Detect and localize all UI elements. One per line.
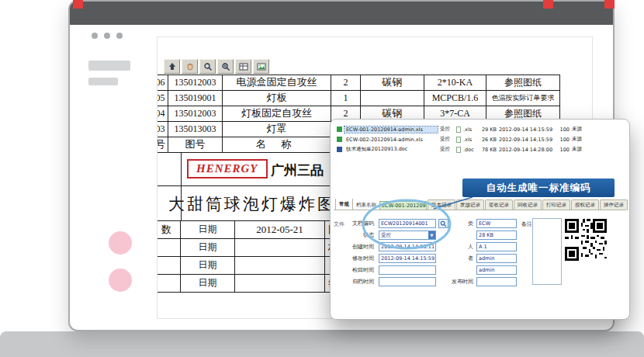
dialog-tab-bar: 常规 档案名称 ECW-001-20120914-admin 版本记录 发放记录…	[335, 199, 628, 210]
window-menu-dots	[92, 33, 123, 39]
red-accent-square	[543, 0, 553, 9]
field-label-archive-time: 归档时间	[341, 277, 374, 286]
file-ext: .xls	[463, 137, 476, 143]
file-state: 受控	[440, 146, 454, 153]
sidebar-placeholder-bar	[88, 78, 118, 85]
window-titlebar	[70, 2, 613, 25]
cad-toolbar	[164, 59, 269, 74]
file-ext: .doc	[463, 147, 476, 153]
mid-label-publish-time: 发布时间	[445, 277, 473, 286]
zoom-button[interactable]	[199, 59, 216, 74]
status-dropdown[interactable]: 受控 ▼	[379, 230, 436, 240]
tab-auth-records[interactable]: 授权记录	[571, 199, 599, 210]
mid-label-creator: 人	[445, 242, 473, 251]
bom-no: 06	[157, 75, 168, 90]
checkin-time-field[interactable]	[379, 265, 436, 275]
info-value	[235, 239, 325, 256]
bom-code: 135012003	[168, 75, 223, 90]
tab-receipt-records[interactable]: 签收记录	[485, 199, 513, 210]
status-value: 受控	[381, 231, 391, 239]
info-left: 数	[157, 221, 181, 238]
file-row[interactable]: ECW-002-20120914-admin.xls 受控 .xls 26 KB…	[337, 134, 625, 144]
info-value	[235, 257, 325, 274]
dot-icon	[104, 33, 110, 39]
zoom-area-button[interactable]	[217, 59, 234, 74]
category-field[interactable]: ECW	[476, 219, 517, 228]
bom-no: 05	[157, 91, 168, 106]
qr-code	[565, 219, 607, 261]
excel-file-icon	[337, 127, 342, 132]
bom-no: 03	[157, 122, 168, 137]
bom-name: 灯板固定自攻丝	[223, 106, 331, 121]
info-left	[157, 257, 181, 274]
modify-time-field[interactable]: 2012-09-14 14:15:59	[379, 254, 436, 263]
red-accent-square	[604, 0, 615, 9]
file-source: 来源	[572, 126, 589, 133]
tab-general[interactable]: 常规	[335, 199, 353, 210]
file-state: 受控	[440, 126, 454, 133]
file-version: 100	[557, 137, 570, 143]
document-properties-dialog: ECW-001-20120914-admin.xls 受控 .xls 29 KB…	[330, 119, 630, 320]
file-time: 2012-09-14 14:28:00	[499, 147, 555, 153]
remark-textarea[interactable]	[532, 218, 562, 285]
create-time-field[interactable]: 2012-09-14 14:05:11	[379, 242, 436, 251]
info-value: 2012-05-21	[235, 221, 325, 238]
image-icon	[257, 62, 266, 71]
file-size: 26 KB	[478, 137, 497, 143]
info-left	[157, 275, 181, 292]
callout-banner: 自动生成唯一标准编码	[462, 178, 615, 197]
sidebar-placeholder-bar	[88, 61, 130, 71]
pan-button[interactable]	[182, 59, 198, 74]
bom-no: 04	[157, 106, 168, 121]
drawing-title: 大甜筒球泡灯爆炸图	[168, 193, 336, 215]
size-field[interactable]: 28 KB	[476, 230, 517, 240]
table-button[interactable]	[235, 59, 251, 74]
bom-qty: 2	[331, 75, 361, 90]
file-time: 2012-09-14 14:15:59	[499, 137, 555, 143]
zoom-icon	[203, 62, 213, 71]
checkin-user-field[interactable]: admin	[476, 265, 517, 275]
table-divider	[181, 153, 182, 185]
publish-time-field[interactable]	[476, 277, 517, 286]
table-row: 05 135019001 灯板 1 MCPCB/1.6 色温按实际订单要求	[157, 91, 560, 106]
file-time: 2012-09-14 14:15:59	[499, 127, 555, 133]
file-name: ECW-002-20120914-admin.xls	[345, 137, 438, 143]
marketing-screenshot: 06 135012003 电源盒固定自攻丝 2 碳钢 2*10-KA 参照图纸 …	[0, 0, 644, 357]
tab-version-history[interactable]: 版本记录	[428, 199, 455, 210]
file-state: 受控	[440, 136, 454, 143]
zoom-area-icon	[221, 62, 230, 71]
modifier-field[interactable]: admin	[476, 254, 517, 263]
tab-print-records[interactable]: 打印记录	[542, 199, 570, 210]
info-label: 日期	[181, 257, 235, 274]
field-label-modify-time: 修改时间	[341, 254, 374, 263]
field-label-status: 状态	[341, 230, 374, 240]
tab-operation-records[interactable]: 操作记录	[600, 199, 628, 210]
bom-spec: 2*10-KA	[424, 75, 486, 90]
excel-file-icon	[337, 137, 342, 142]
mid-label-modifier: 者	[445, 254, 473, 263]
archive-time-field[interactable]	[379, 277, 436, 286]
file-row[interactable]: ECW-001-20120914-admin.xls 受控 .xls 29 KB…	[337, 124, 625, 134]
sidebar-pink-circle	[109, 231, 132, 255]
image-button[interactable]	[253, 59, 269, 74]
file-row[interactable]: 技术通知单20120913.doc 受控 .doc 78 KB 2012-09-…	[337, 144, 625, 154]
file-source: 来源	[572, 136, 589, 143]
file-type-icon	[456, 127, 461, 133]
hand-pan-icon	[185, 62, 195, 71]
file-size: 78 KB	[478, 147, 497, 153]
bom-name: 灯罩	[223, 122, 331, 137]
tab-recall-records[interactable]: 回收记录	[514, 199, 542, 210]
doc-code-field[interactable]: ECW20120914001	[379, 219, 436, 228]
company-name: 广州三品	[271, 161, 324, 179]
file-type-icon	[456, 147, 461, 153]
red-accent-square	[73, 0, 83, 9]
bom-remark: 色温按实际订单要求	[486, 91, 560, 106]
info-label: 日期	[181, 221, 235, 238]
bom-code: 135013003	[168, 122, 223, 137]
open-button[interactable]	[164, 59, 180, 74]
creator-field[interactable]: A 1	[476, 242, 517, 251]
chevron-down-icon: ▼	[428, 231, 435, 239]
file-ext: .xls	[463, 127, 476, 133]
tab-issue-records[interactable]: 发放记录	[456, 199, 484, 210]
bom-header-no: 号	[157, 137, 168, 152]
